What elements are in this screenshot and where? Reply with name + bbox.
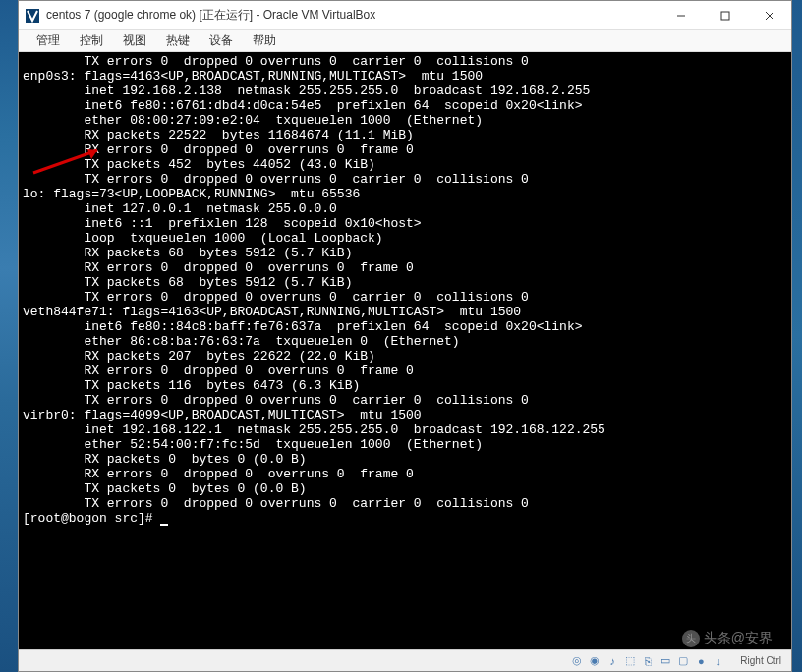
terminal-line: TX packets 0 bytes 0 (0.0 B) [23,481,787,496]
desktop-background-right [792,0,802,672]
network-icon[interactable]: ⬚ [622,653,638,669]
terminal-line: TX errors 0 dropped 0 overruns 0 carrier… [23,54,787,69]
terminal-line: inet 127.0.0.1 netmask 255.0.0.0 [23,201,787,216]
terminal-line: inet6 fe80::84c8:baff:fe76:637a prefixle… [23,319,787,334]
virtualbox-window: centos 7 (google chrome ok) [正在运行] - Ora… [18,0,792,672]
terminal-line: RX errors 0 dropped 0 overruns 0 frame 0 [23,364,787,378]
terminal-output[interactable]: TX errors 0 dropped 0 overruns 0 carrier… [19,52,791,649]
terminal-line: loop txqueuelen 1000 (Local Loopback) [23,231,787,246]
terminal-line: ether 52:54:00:f7:fc:5d txqueuelen 1000 … [23,437,787,452]
recording-icon[interactable]: ● [693,653,709,669]
maximize-button[interactable] [703,1,747,30]
audio-icon[interactable]: ♪ [604,653,620,669]
terminal-line: TX packets 116 bytes 6473 (6.3 KiB) [23,378,787,393]
terminal-line: inet6 ::1 prefixlen 128 scopeid 0x10<hos… [23,216,787,231]
minimize-button[interactable] [659,1,703,30]
terminal-line: TX packets 68 bytes 5912 (5.7 KiB) [23,275,787,290]
display-icon[interactable]: ▢ [675,653,691,669]
terminal-line: RX packets 207 bytes 22622 (22.0 KiB) [23,349,787,364]
terminal-line: RX errors 0 dropped 0 overruns 0 frame 0 [23,260,787,275]
terminal-line: TX errors 0 dropped 0 overruns 0 carrier… [23,290,787,305]
close-button[interactable] [747,1,791,30]
terminal-line: lo: flags=73<UP,LOOPBACK,RUNNING> mtu 65… [23,187,787,201]
terminal-line: RX errors 0 dropped 0 overruns 0 frame 0 [23,142,787,157]
host-key-indicator[interactable]: Right Ctrl [736,655,785,666]
window-titlebar[interactable]: centos 7 (google chrome ok) [正在运行] - Ora… [19,1,791,30]
terminal-line: TX packets 452 bytes 44052 (43.0 KiB) [23,157,787,172]
terminal-line: RX errors 0 dropped 0 overruns 0 frame 0 [23,467,787,481]
terminal-line: RX packets 68 bytes 5912 (5.7 KiB) [23,246,787,260]
mouse-integration-icon[interactable]: ↓ [711,653,726,669]
menubar: 管理 控制 视图 热键 设备 帮助 [19,30,791,52]
menu-manage[interactable]: 管理 [27,32,70,49]
menu-control[interactable]: 控制 [70,32,113,49]
menu-hotkeys[interactable]: 热键 [156,32,200,49]
optical-drive-icon[interactable]: ◉ [587,653,602,669]
terminal-line: ether 08:00:27:09:e2:04 txqueuelen 1000 … [23,113,787,128]
menu-help[interactable]: 帮助 [243,32,286,49]
terminal-line: RX packets 22522 bytes 11684674 (11.1 Mi… [23,128,787,142]
terminal-line: inet 192.168.2.138 netmask 255.255.255.0… [23,84,787,98]
terminal-line: TX errors 0 dropped 0 overruns 0 carrier… [23,393,787,408]
shared-folder-icon[interactable]: ▭ [658,653,673,669]
statusbar: ◎ ◉ ♪ ⬚ ⎘ ▭ ▢ ● ↓ Right Ctrl [19,649,791,671]
window-controls [659,1,791,30]
desktop-background-left [0,0,18,672]
terminal-line: enp0s3: flags=4163<UP,BROADCAST,RUNNING,… [23,69,787,84]
terminal-line: ether 86:c8:ba:76:63:7a txqueuelen 0 (Et… [23,334,787,349]
terminal-line: inet6 fe80::6761:dbd4:d0ca:54e5 prefixle… [23,98,787,113]
terminal-line: veth844fe71: flags=4163<UP,BROADCAST,RUN… [23,305,787,319]
window-title: centos 7 (google chrome ok) [正在运行] - Ora… [46,7,659,24]
hard-disk-icon[interactable]: ◎ [569,653,585,669]
terminal-line: RX packets 0 bytes 0 (0.0 B) [23,452,787,467]
terminal-line: virbr0: flags=4099<UP,BROADCAST,MULTICAS… [23,408,787,422]
terminal-line: inet 192.168.122.1 netmask 255.255.255.0… [23,422,787,437]
menu-view[interactable]: 视图 [113,32,156,49]
terminal-cursor [160,524,168,526]
terminal-line: TX errors 0 dropped 0 overruns 0 carrier… [23,172,787,187]
terminal-line: TX errors 0 dropped 0 overruns 0 carrier… [23,496,787,511]
usb-icon[interactable]: ⎘ [640,653,656,669]
svg-rect-2 [721,12,729,20]
terminal-prompt: [root@bogon src]# [23,511,160,526]
menu-devices[interactable]: 设备 [200,32,243,49]
virtualbox-icon [25,8,40,24]
